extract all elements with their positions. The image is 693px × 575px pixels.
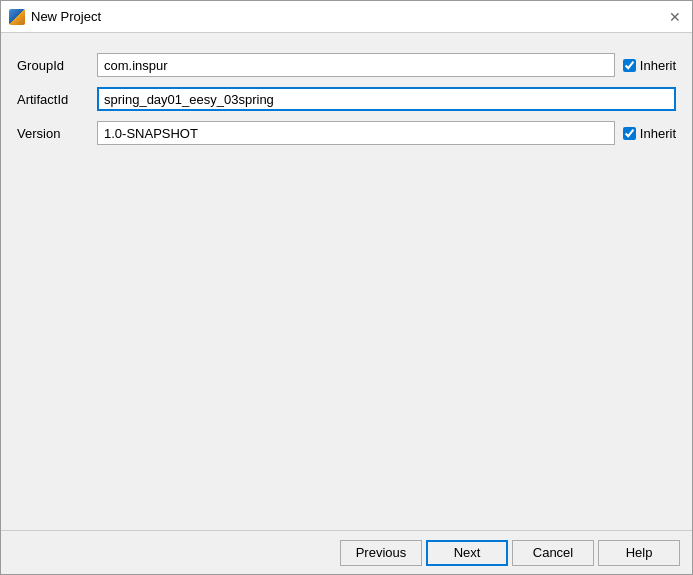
help-button[interactable]: Help [598,540,680,566]
artifact-id-row: ArtifactId [17,87,676,111]
version-label: Version [17,126,97,141]
artifact-id-input[interactable] [97,87,676,111]
inherit-version-checkbox[interactable] [623,127,636,140]
dialog-footer: Previous Next Cancel Help [1,530,692,574]
group-id-input[interactable] [97,53,615,77]
title-bar: New Project ✕ [1,1,692,33]
group-id-label: GroupId [17,58,97,73]
window-title: New Project [31,9,101,24]
dialog-content: GroupId Inherit ArtifactId Version Inher… [1,33,692,530]
version-input[interactable] [97,121,615,145]
cancel-button[interactable]: Cancel [512,540,594,566]
inherit-group-checkbox[interactable] [623,59,636,72]
title-bar-left: New Project [9,9,101,25]
group-id-inherit: Inherit [623,58,676,73]
next-button[interactable]: Next [426,540,508,566]
inherit-group-label: Inherit [640,58,676,73]
content-spacer [17,155,676,520]
dialog-window: New Project ✕ GroupId Inherit ArtifactId… [0,0,693,575]
artifact-id-label: ArtifactId [17,92,97,107]
version-inherit: Inherit [623,126,676,141]
version-row: Version Inherit [17,121,676,145]
group-id-row: GroupId Inherit [17,53,676,77]
new-project-icon [9,9,25,25]
inherit-version-label: Inherit [640,126,676,141]
close-button[interactable]: ✕ [666,8,684,26]
previous-button[interactable]: Previous [340,540,422,566]
